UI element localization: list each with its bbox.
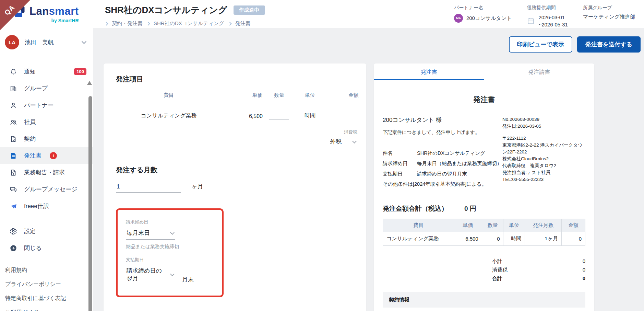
tax-type-select[interactable]: 外税 bbox=[329, 137, 357, 148]
col-header-unit: 単位 bbox=[296, 92, 324, 99]
collapse-arrow-icon bbox=[10, 244, 17, 252]
issuer-company: 株式会社CloudBrains2 bbox=[502, 156, 585, 162]
sidebar-item-settings[interactable]: 設定 bbox=[0, 223, 93, 240]
sidebar-item-employees[interactable]: 社員 bbox=[0, 114, 93, 130]
item-unit-price: 6,500 bbox=[222, 113, 263, 119]
detail-label: 請求締め日 bbox=[383, 158, 417, 169]
payment-due-day-input[interactable] bbox=[181, 275, 201, 285]
sidebar-item-collapse[interactable]: 閉じる bbox=[0, 240, 93, 256]
breadcrumb-contracts[interactable]: 契約・発注書 bbox=[112, 20, 143, 27]
order-form-card: 発注項目 費目 単価 数量 単位 金額 コンサルティング業務 6,500 bbox=[104, 64, 366, 311]
service-period-info: 役務提供期間 2026-03-01 ~2026-05-31 bbox=[527, 5, 568, 28]
period-to: ~2026-05-31 bbox=[538, 21, 568, 28]
billing-settings-highlight: 請求締め日 毎月末日 納品または業務実施締切 支払期日 請求締め日の 翌月 bbox=[116, 208, 224, 297]
payment-due-select[interactable]: 請求締め日の 翌月 bbox=[126, 266, 175, 285]
sidebar-item-contracts[interactable]: 契約 bbox=[0, 130, 93, 147]
tax-label: 消費税 bbox=[344, 129, 357, 135]
tab-order-acknowledgement[interactable]: 発注請書 bbox=[484, 64, 595, 80]
sidebar-item-reports-billing[interactable]: 業務報告・請求 bbox=[0, 164, 93, 181]
terms-link[interactable]: 利用規約 bbox=[5, 267, 86, 274]
scrollbar-thumb[interactable] bbox=[88, 96, 92, 311]
order-document-icon bbox=[10, 152, 17, 160]
months-suffix: ヶ月 bbox=[191, 183, 203, 193]
qa-environment-ribbon bbox=[0, 0, 30, 30]
commercial-transactions-link[interactable]: 特定商取引に基づく表記 bbox=[5, 295, 86, 302]
freee-plane-icon bbox=[10, 203, 17, 210]
sidebar-item-partners[interactable]: パートナー bbox=[0, 97, 93, 114]
chevron-down-icon bbox=[352, 139, 357, 143]
issuer-address: 東京都港区2-2-22 港スカイパークタウン22F-2202 bbox=[502, 142, 585, 156]
sidebar-item-group-messages[interactable]: グループメッセージ bbox=[0, 181, 93, 198]
calendar-icon bbox=[527, 17, 535, 25]
quantity-input[interactable] bbox=[269, 109, 289, 119]
detail-value: 毎月末日（納品または業務実施締切） bbox=[417, 158, 502, 169]
col-header-quantity: 数量 bbox=[263, 92, 296, 99]
order-items-table: 費目 単価 数量 単位 金額 コンサルティング業務 6,500 時間 bbox=[116, 92, 359, 119]
group-name: マーケティング推進部 bbox=[583, 14, 635, 20]
detail-label: 件名 bbox=[383, 148, 417, 158]
preview-items-table: 費目 単価 数量 単位 発注月数 金額 コンサルティング業務 6,500 0 bbox=[383, 219, 585, 246]
person-icon bbox=[10, 102, 17, 109]
scrollbar-up-arrow[interactable] bbox=[87, 81, 92, 85]
partner-name: 200コンサルタント bbox=[466, 15, 512, 22]
page-title: SHR社のDXコンサルティング bbox=[105, 4, 227, 16]
other-terms: その他条件は[2024年取引基本契約書]による。 bbox=[383, 179, 502, 189]
sidebar-footer-links: 利用規約 プライバシーポリシー 特定商取引に基づく表記 ご利用ガイド bbox=[0, 256, 93, 311]
sidebar-item-groups[interactable]: グループ bbox=[0, 80, 93, 97]
document-title: 発注書 bbox=[383, 95, 585, 104]
sidebar-item-notifications[interactable]: 通知 100 bbox=[0, 63, 93, 80]
period-from: 2026-03-01 bbox=[538, 14, 568, 21]
item-unit: 時間 bbox=[296, 112, 324, 119]
order-total-heading: 発注金額合計（税込） 0 円 bbox=[383, 204, 585, 213]
sidebar-item-purchase-orders[interactable]: 発注書 i bbox=[0, 147, 93, 164]
tab-order-form[interactable]: 発注書 bbox=[374, 64, 484, 80]
chevron-right-icon bbox=[146, 22, 150, 25]
detail-label: 支払期日 bbox=[383, 169, 417, 179]
order-document: 発注書 200コンサルタント 様 下記案件につきまして、発注申し上げます。 件名… bbox=[374, 95, 594, 311]
content-area: 印刷ビューで表示 発注書を送付する 発注項目 費目 単価 数量 単位 金額 bbox=[93, 28, 644, 311]
user-guide-link[interactable]: ご利用ガイド bbox=[5, 309, 86, 311]
print-view-button[interactable]: 印刷ビューで表示 bbox=[509, 36, 572, 53]
main-area: SHR社のDXコンサルティング 作成途中 契約・発注書 SHR社のDXコンサルテ… bbox=[93, 0, 644, 311]
totals-block: 小計0 消費税0 合計0 bbox=[492, 257, 585, 283]
people-icon bbox=[10, 118, 17, 126]
status-badge: 作成途中 bbox=[234, 5, 265, 15]
logo-wordmark: Lansmart bbox=[29, 5, 79, 17]
notification-count-badge: 100 bbox=[74, 68, 86, 75]
breadcrumb-project[interactable]: SHR社のDXコンサルティング bbox=[154, 20, 224, 27]
order-total-value: 0 円 bbox=[464, 204, 476, 213]
privacy-policy-link[interactable]: プライバシーポリシー bbox=[5, 281, 86, 288]
closing-day-label: 請求締め日 bbox=[126, 219, 214, 225]
issuer-contact: 発注担当者:テスト社員 bbox=[502, 169, 585, 176]
col-header-item: 費目 bbox=[116, 92, 222, 99]
issuer-block: No.202603-00039 発注日:2026-03-05 〒222-1112… bbox=[502, 116, 585, 189]
item-name: コンサルティング業務 bbox=[116, 112, 222, 119]
partner-info: パートナー名 MA 200コンサルタント bbox=[454, 5, 512, 28]
preview-tabs: 発注書 発注請書 bbox=[374, 64, 594, 80]
send-order-button[interactable]: 発注書を送付する bbox=[577, 36, 641, 53]
header-meta: パートナー名 MA 200コンサルタント 役務提供期間 2026-03-01 bbox=[454, 4, 635, 28]
sidebar-nav: 通知 100 グループ パートナー 社員 bbox=[0, 63, 93, 256]
contract-check-icon bbox=[10, 135, 17, 143]
issuer-representative: 代表取締役 複業タロウ2 bbox=[502, 162, 585, 169]
chat-bubbles-icon bbox=[10, 186, 17, 193]
col-header-unit-price: 単価 bbox=[222, 92, 263, 99]
breadcrumb-current: 発注書 bbox=[235, 20, 251, 27]
preview-item-row: コンサルティング業務 6,500 0 時間 1ヶ月 0 bbox=[383, 232, 585, 246]
order-items-title: 発注項目 bbox=[116, 74, 359, 84]
chevron-right-icon bbox=[104, 22, 108, 25]
order-number: No.202603-00039 bbox=[502, 116, 585, 123]
order-months-input[interactable] bbox=[116, 182, 181, 193]
page-actions: 印刷ビューで表示 発注書を送付する bbox=[104, 36, 641, 53]
detail-value: 請求締め日の翌月月末 bbox=[417, 169, 467, 179]
chevron-right-icon bbox=[228, 22, 231, 25]
chevron-down-icon bbox=[170, 272, 175, 276]
contract-info-header: 契約情報 bbox=[383, 292, 585, 308]
issuer-tel: TEL:03-5555-22223 bbox=[502, 176, 585, 183]
gear-icon bbox=[10, 228, 17, 235]
sidebar-item-freee-journal[interactable]: freee仕訳 bbox=[0, 198, 93, 215]
greeting-text: 下記案件につきまして、発注申し上げます。 bbox=[383, 129, 502, 136]
issuer-postal: 〒222-1112 bbox=[502, 135, 585, 142]
order-months-title: 発注する月数 bbox=[116, 165, 359, 175]
closing-day-select[interactable]: 毎月末日 bbox=[126, 228, 175, 240]
